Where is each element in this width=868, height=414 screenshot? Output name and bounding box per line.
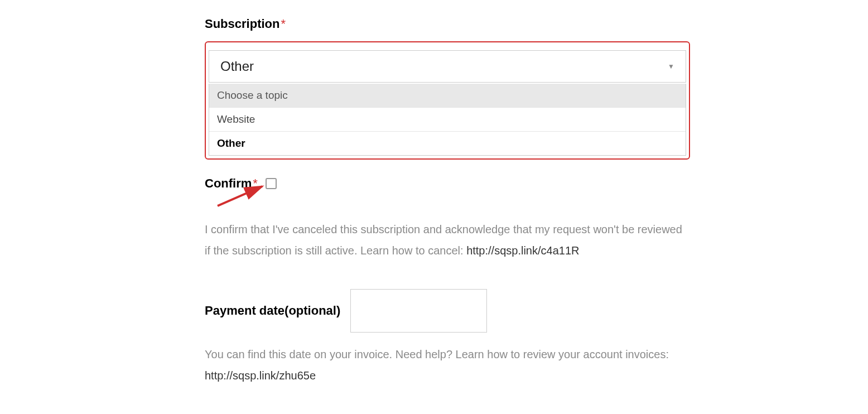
- subscription-dropdown-highlight: Other ▼ Choose a topic Website Other: [205, 41, 690, 160]
- confirm-row: Confirm*: [205, 176, 690, 191]
- required-asterisk-icon: *: [253, 176, 258, 190]
- payment-date-label: Payment date(optional): [205, 304, 340, 318]
- payment-description: You can find this date on your invoice. …: [205, 344, 690, 386]
- payment-link[interactable]: http://sqsp.link/zhu65e: [205, 369, 316, 382]
- confirm-link[interactable]: http://sqsp.link/c4a11R: [466, 244, 579, 257]
- subscription-label-text: Subscription: [205, 17, 279, 31]
- subscription-option-other[interactable]: Other: [209, 132, 686, 155]
- confirm-checkbox[interactable]: [266, 178, 277, 189]
- confirm-description: I confirm that I've canceled this subscr…: [205, 219, 690, 261]
- required-asterisk-icon: *: [281, 17, 286, 31]
- confirm-label: Confirm*: [205, 176, 258, 191]
- payment-date-row: Payment date(optional): [205, 289, 690, 333]
- chevron-down-icon: ▼: [668, 62, 674, 70]
- payment-date-input[interactable]: [350, 289, 487, 333]
- confirm-description-text: I confirm that I've canceled this subscr…: [205, 223, 682, 257]
- subscription-options-list: Choose a topic Website Other: [209, 84, 686, 156]
- confirm-label-text: Confirm: [205, 176, 252, 190]
- subscription-option-placeholder[interactable]: Choose a topic: [209, 84, 686, 108]
- subscription-selected-value: Other: [220, 59, 254, 74]
- subscription-label: Subscription*: [205, 17, 690, 31]
- subscription-option-website[interactable]: Website: [209, 108, 686, 132]
- payment-description-text: You can find this date on your invoice. …: [205, 348, 669, 360]
- subscription-select[interactable]: Other ▼: [209, 50, 686, 83]
